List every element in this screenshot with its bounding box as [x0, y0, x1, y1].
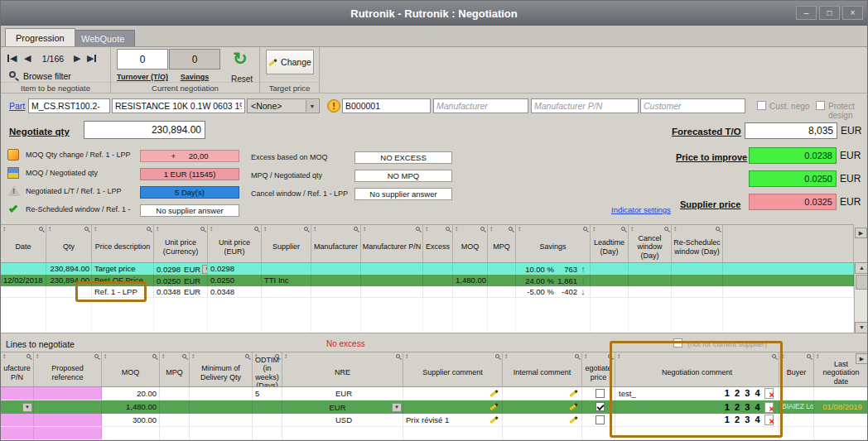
filter-icon[interactable] — [575, 354, 579, 358]
manufacturer-input[interactable] — [433, 98, 528, 113]
none-dropdown[interactable]: <None> ▼ — [247, 98, 320, 113]
negotiate-price-checkbox[interactable] — [596, 389, 605, 398]
sort-icon[interactable]: ↕ — [162, 352, 165, 360]
edit-supplier-comment-icon[interactable] — [489, 416, 499, 424]
filter-icon[interactable] — [396, 354, 400, 358]
minimize-button[interactable]: – — [796, 6, 817, 20]
sort-icon[interactable]: ↕ — [504, 352, 508, 360]
filter-icon[interactable] — [200, 227, 205, 231]
filter-icon[interactable] — [416, 227, 420, 231]
filter-icon[interactable] — [480, 227, 485, 231]
last-record-button[interactable]: ▶ — [87, 53, 96, 64]
column-header-moq[interactable]: ↕MOQ — [453, 225, 488, 262]
part-link[interactable]: Part — [9, 101, 25, 111]
filter-icon[interactable] — [27, 354, 31, 358]
filter-icon[interactable] — [664, 227, 668, 231]
filter-icon[interactable] — [39, 227, 43, 231]
filter-icon[interactable] — [84, 227, 89, 231]
sort-icon[interactable]: ↕ — [584, 352, 587, 360]
sort-icon[interactable]: ↕ — [210, 225, 213, 232]
part-number-input[interactable] — [28, 98, 110, 113]
filter-icon[interactable] — [354, 227, 358, 231]
next-record-button[interactable]: ▶ — [74, 53, 80, 64]
sort-icon[interactable]: ↕ — [36, 352, 39, 360]
filter-icon[interactable] — [304, 227, 308, 231]
sort-icon[interactable]: ↕ — [94, 225, 97, 232]
tab-webquote[interactable]: WebQuote — [70, 30, 135, 46]
filter-icon[interactable] — [245, 354, 249, 358]
sort-icon[interactable]: ↕ — [489, 225, 493, 232]
sort-icon[interactable]: ↕ — [48, 225, 51, 232]
grid1-vertical-scrollbar[interactable]: ▲ ▼ — [854, 262, 868, 333]
sort-icon[interactable]: ↕ — [191, 352, 195, 360]
filter-icon[interactable] — [182, 354, 186, 358]
column-header-odtim[interactable]: ↕ODTIM (in weeks) (Days) — [253, 352, 282, 386]
sort-icon[interactable]: ↕ — [263, 225, 267, 232]
sort-icon[interactable]: ↕ — [816, 352, 819, 360]
scroll-up-button[interactable]: ▲ — [855, 262, 868, 274]
column-header-date[interactable]: ↕Date — [1, 225, 46, 262]
sort-icon[interactable]: ↕ — [2, 352, 6, 360]
filter-icon[interactable] — [147, 227, 151, 231]
filter-icon[interactable] — [446, 227, 450, 231]
sort-icon[interactable]: ↕ — [405, 352, 408, 360]
dropdown-arrow-icon[interactable]: ▼ — [306, 100, 318, 112]
column-header-excess[interactable]: ↕Excess — [423, 225, 453, 262]
turnover-link[interactable]: Turnover (T/O) — [117, 73, 168, 81]
column-header-upe[interactable]: ↕Unit price (EUR) — [208, 225, 262, 262]
column-header-supplier[interactable]: ↕Supplier — [262, 225, 311, 262]
column-header-manufacturer[interactable]: ↕Manufacturer — [311, 225, 361, 262]
filter-icon[interactable] — [254, 227, 258, 231]
currency-dropdown-icon[interactable]: ▼ — [202, 265, 208, 274]
filter-icon[interactable] — [807, 354, 811, 358]
column-header-intcom[interactable]: ↕Internal comment — [503, 352, 582, 386]
part-description-input[interactable] — [112, 98, 245, 113]
sort-icon[interactable]: ↕ — [313, 225, 316, 232]
grid2-scroll-right-button[interactable]: ▶ — [856, 353, 868, 364]
sort-icon[interactable]: ↕ — [254, 352, 258, 360]
column-header-resched[interactable]: ↕Re-Schedulec window (Day) — [672, 225, 723, 262]
filter-icon[interactable] — [152, 354, 157, 358]
column-header-qty[interactable]: ↕Qty — [46, 225, 92, 262]
customer-input[interactable] — [640, 98, 745, 113]
edit-internal-comment-icon[interactable] — [569, 403, 578, 410]
edit-internal-comment-icon[interactable] — [569, 416, 578, 424]
protect-design-checkbox[interactable] — [816, 101, 825, 110]
column-header-savings[interactable]: ↕Savings — [516, 225, 591, 262]
reset-icon[interactable]: ↻ — [233, 50, 248, 68]
filter-icon[interactable] — [583, 227, 587, 231]
column-header-mpn[interactable]: ↕ufacture P/N — [1, 352, 34, 386]
dropdown-icon[interactable]: ▼ — [22, 403, 32, 412]
manufacturer-pn-input[interactable] — [531, 98, 639, 113]
filter-icon[interactable] — [275, 354, 279, 358]
negotiate-price-checkbox[interactable] — [596, 415, 605, 424]
column-header-desc[interactable]: ↕Price description — [92, 225, 154, 262]
sort-icon[interactable]: ↕ — [363, 225, 366, 232]
sort-icon[interactable]: ↕ — [673, 225, 677, 232]
sort-icon[interactable]: ↕ — [284, 352, 287, 360]
edit-internal-comment-icon[interactable] — [569, 390, 578, 397]
browse-filter-label[interactable]: Browse filter — [23, 71, 71, 81]
code-input[interactable] — [342, 98, 431, 113]
column-header-nre[interactable]: ↕NRE — [282, 352, 403, 386]
sort-icon[interactable]: ↕ — [518, 225, 521, 232]
scrollbar-thumb[interactable] — [856, 275, 868, 290]
column-header-leadtime[interactable]: ↕Leadtime (Day) — [591, 225, 629, 262]
sort-icon[interactable]: ↕ — [592, 225, 596, 232]
column-header-mpn[interactable]: ↕Manufacturer P/N — [361, 225, 423, 262]
negotiate-price-checkbox[interactable] — [596, 402, 605, 411]
filter-icon[interactable] — [495, 354, 499, 358]
column-header-mindlv[interactable]: ↕Minimum of Delivery Qty — [190, 352, 253, 386]
column-header-mpq[interactable]: ↕MPQ — [488, 225, 516, 262]
indicator-settings-link[interactable]: Indicator settings — [611, 205, 671, 214]
savings-link[interactable]: Savings — [169, 73, 220, 81]
filter-icon[interactable] — [716, 227, 720, 231]
first-record-button[interactable]: ◀ — [7, 53, 17, 64]
column-header-moq[interactable]: ↕MOQ — [102, 352, 160, 386]
column-header-buyer[interactable]: ↕Buyer — [779, 352, 814, 386]
edit-supplier-comment-icon[interactable] — [489, 403, 499, 410]
close-button[interactable]: × — [842, 6, 863, 20]
filter-icon[interactable] — [94, 354, 99, 358]
column-header-supcom[interactable]: ↕Supplier comment — [403, 352, 503, 386]
sort-icon[interactable]: ↕ — [455, 225, 458, 232]
